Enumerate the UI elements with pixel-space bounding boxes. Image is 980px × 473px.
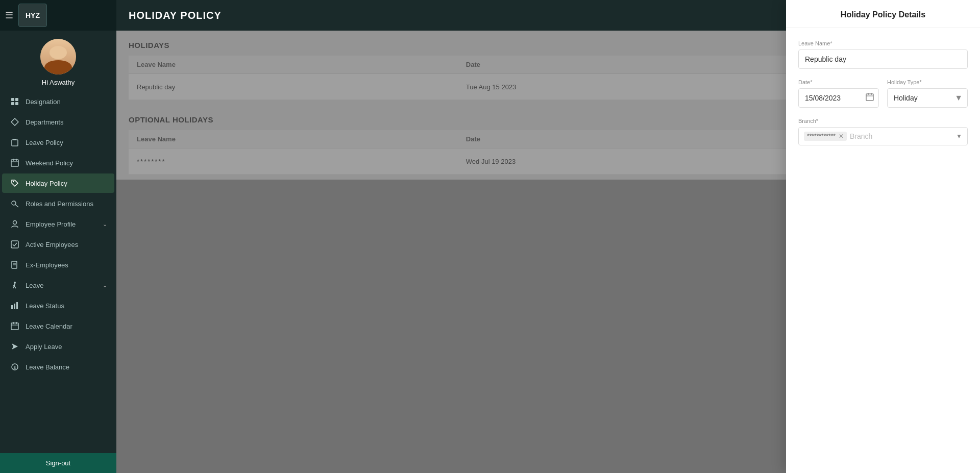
branch-dropdown-icon[interactable]: ▼ (956, 133, 962, 140)
branch-tag: ************ ✕ (804, 132, 847, 141)
svg-rect-27 (11, 323, 18, 330)
sidebar-item-departments[interactable]: Departments (2, 112, 114, 132)
svg-rect-6 (13, 139, 16, 140)
sidebar-item-designation[interactable]: Designation (2, 92, 114, 111)
sidebar-item-label: Departments (26, 118, 107, 126)
coin-icon: $ (9, 363, 20, 371)
svg-point-14 (13, 221, 17, 225)
user-icon (9, 220, 20, 228)
branch-tag-value: ************ (807, 133, 836, 140)
leave-name-input[interactable] (798, 49, 968, 69)
svg-rect-15 (11, 241, 18, 248)
tag-icon (9, 179, 20, 187)
sidebar-item-leave-balance[interactable]: $ Leave Balance (2, 357, 114, 377)
chart-icon (9, 302, 20, 310)
grid-icon (9, 97, 20, 106)
svg-marker-31 (12, 343, 18, 350)
svg-rect-1 (15, 98, 18, 101)
sidebar-item-label: Ex-Employees (26, 261, 107, 269)
svg-rect-26 (16, 302, 18, 309)
sidebar-item-label: Roles and Permissions (26, 200, 107, 208)
svg-point-12 (12, 201, 16, 205)
sidebar-item-label: Designation (26, 98, 107, 106)
clipboard-icon (9, 138, 20, 146)
sidebar-item-label: Leave Policy (26, 139, 107, 146)
sign-out-label: Sign-out (46, 459, 70, 467)
sign-out-button[interactable]: Sign-out (0, 453, 116, 473)
sidebar-item-label: Employee Profile (26, 220, 103, 228)
sidebar-item-weekend-policy[interactable]: Weekend Policy (2, 153, 114, 172)
doc-icon (9, 261, 20, 269)
sidebar-item-active-employees[interactable]: Active Employees (2, 235, 114, 254)
branch-placeholder: Branch (850, 132, 953, 140)
holiday-type-select-wrapper: Holiday Optional ▼ (887, 88, 968, 108)
leave-calendar-icon (9, 322, 20, 330)
holiday-type-select[interactable]: Holiday Optional (887, 88, 968, 108)
date-type-row: Date* Holiday Type* Holiday Optional ▼ (798, 79, 968, 108)
sidebar-item-apply-leave[interactable]: Apply Leave (2, 337, 114, 356)
sidebar-item-label: Leave (26, 282, 103, 289)
page-title: HOLIDAY POLICY (129, 10, 222, 21)
svg-rect-25 (14, 304, 15, 309)
sidebar-item-label: Weekend Policy (26, 159, 107, 167)
svg-point-19 (14, 282, 16, 284)
svg-line-13 (15, 205, 18, 207)
avatar (40, 39, 76, 74)
hamburger-icon[interactable]: ☰ (5, 10, 13, 21)
date-label: Date* (798, 79, 879, 85)
sidebar-item-label: Active Employees (26, 241, 107, 248)
panel-body: Leave Name* Date* Holiday Type* Holiday (786, 28, 980, 158)
chevron-down-icon: ⌄ (103, 282, 107, 289)
sidebar-item-holiday-policy[interactable]: Holiday Policy (2, 173, 114, 193)
svg-point-11 (13, 181, 14, 182)
holiday-type-label: Holiday Type* (887, 79, 968, 85)
date-input-wrapper (798, 88, 879, 108)
date-group: Date* (798, 79, 879, 108)
send-icon (9, 342, 20, 351)
sidebar-item-label: Apply Leave (26, 343, 107, 351)
sidebar-item-ex-employees[interactable]: Ex-Employees (2, 255, 114, 275)
sidebar-item-leave[interactable]: Leave ⌄ (2, 276, 114, 295)
svg-rect-7 (11, 160, 18, 166)
sidebar-header: ☰ HYZ (0, 0, 116, 31)
panel-header: Holiday Policy Details (786, 0, 980, 28)
calendar-picker-icon[interactable] (866, 93, 874, 103)
leave-name-label: Leave Name* (798, 40, 968, 46)
checkbox-icon (9, 240, 20, 248)
sidebar-item-leave-calendar[interactable]: Leave Calendar (2, 316, 114, 336)
sidebar-item-label: Leave Status (26, 302, 107, 310)
sidebar-item-employee-profile[interactable]: Employee Profile ⌄ (2, 214, 114, 234)
svg-rect-0 (11, 98, 14, 101)
sidebar: ☰ HYZ Hi Aswathy Designation Departments… (0, 0, 116, 473)
chevron-down-icon: ⌄ (103, 221, 107, 228)
sidebar-item-label: Leave Balance (26, 363, 107, 371)
sidebar-item-label: Holiday Policy (26, 180, 107, 187)
app-logo: HYZ (18, 4, 47, 27)
svg-marker-4 (11, 118, 18, 126)
branch-group: Branch* ************ ✕ Branch ▼ (798, 118, 968, 145)
leave-name-group: Leave Name* (798, 40, 968, 69)
svg-rect-3 (15, 102, 18, 105)
sidebar-profile: Hi Aswathy (0, 31, 116, 91)
panel-title: Holiday Policy Details (841, 10, 925, 19)
sidebar-item-roles-permissions[interactable]: Roles and Permissions (2, 194, 114, 213)
svg-rect-24 (11, 305, 13, 309)
key-icon (9, 200, 20, 208)
person-walk-icon (9, 281, 20, 289)
sidebar-item-leave-policy[interactable]: Leave Policy (2, 133, 114, 152)
side-panel: Holiday Policy Details Leave Name* Date*… (786, 0, 980, 473)
svg-rect-2 (11, 102, 14, 105)
sidebar-item-label: Leave Calendar (26, 322, 107, 330)
diamond-icon (9, 118, 20, 126)
branch-label: Branch* (798, 118, 968, 124)
calendar-icon (9, 159, 20, 167)
holiday-type-group: Holiday Type* Holiday Optional ▼ (887, 79, 968, 108)
svg-rect-5 (12, 140, 18, 146)
svg-rect-34 (866, 94, 873, 101)
sidebar-item-leave-status[interactable]: Leave Status (2, 296, 114, 315)
branch-field[interactable]: ************ ✕ Branch ▼ (798, 127, 968, 145)
svg-text:$: $ (14, 365, 16, 370)
user-greeting: Hi Aswathy (42, 79, 75, 86)
branch-tag-remove[interactable]: ✕ (839, 133, 844, 140)
